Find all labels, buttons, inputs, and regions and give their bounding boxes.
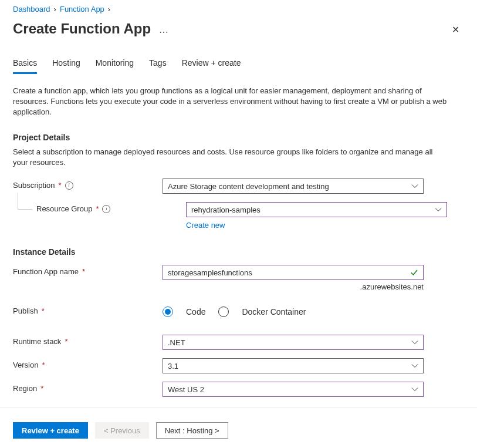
footer-separator: [0, 407, 477, 408]
breadcrumb-item-dashboard[interactable]: Dashboard: [13, 5, 50, 14]
required-asterisk: *: [65, 337, 67, 346]
field-runtime-stack: Runtime stack * .NET: [13, 335, 464, 350]
tab-bar: Basics Hosting Monitoring Tags Review + …: [13, 58, 464, 74]
chevron-down-icon: [411, 386, 418, 393]
select-region-value: West US 2: [168, 385, 204, 394]
select-subscription[interactable]: Azure Storage content development and te…: [163, 178, 424, 194]
field-resource-group: Resource Group * i rehydration-samples C…: [13, 202, 464, 230]
label-region: Region: [13, 384, 37, 393]
required-asterisk: *: [82, 267, 85, 276]
button-review-create[interactable]: Review + create: [13, 422, 88, 439]
label-version: Version: [13, 361, 38, 369]
required-asterisk: *: [40, 384, 43, 393]
tab-review-create[interactable]: Review + create: [182, 58, 241, 74]
text-domain-suffix: .azurewebsites.net: [163, 282, 424, 291]
required-asterisk: *: [59, 181, 62, 190]
select-resource-group[interactable]: rehydration-samples: [186, 202, 447, 217]
breadcrumb-item-function-app[interactable]: Function App: [60, 5, 104, 14]
checkmark-icon: [410, 268, 418, 277]
field-subscription: Subscription * i Azure Storage content d…: [13, 178, 464, 194]
tab-tags[interactable]: Tags: [149, 58, 167, 74]
label-subscription: Subscription: [13, 181, 55, 190]
tab-monitoring[interactable]: Monitoring: [96, 58, 134, 74]
label-runtime-stack: Runtime stack: [13, 337, 61, 346]
select-version[interactable]: 3.1: [163, 358, 424, 373]
chevron-down-icon: [435, 206, 442, 213]
input-function-app-name-value: storagesamplesfunctions: [168, 268, 252, 277]
select-resource-group-value: rehydration-samples: [191, 206, 261, 214]
select-version-value: 3.1: [168, 362, 178, 370]
select-region[interactable]: West US 2: [163, 382, 424, 397]
section-header-instance-details: Instance Details: [13, 247, 464, 257]
more-options-icon[interactable]: ⋯: [159, 26, 170, 38]
tab-basics[interactable]: Basics: [13, 58, 37, 74]
chevron-down-icon: [411, 183, 418, 190]
radio-publish-docker[interactable]: [218, 306, 229, 317]
required-asterisk: *: [96, 204, 99, 213]
breadcrumb: Dashboard › Function App ›: [0, 0, 477, 14]
tree-indent-line: [18, 193, 32, 210]
field-publish: Publish * Code Docker Container: [13, 304, 464, 317]
intro-text: Create a function app, which lets you gr…: [13, 86, 447, 117]
radio-label-publish-code[interactable]: Code: [186, 307, 205, 316]
select-runtime-stack-value: .NET: [168, 338, 185, 347]
chevron-right-icon: ›: [54, 5, 56, 14]
required-asterisk: *: [42, 306, 45, 315]
radio-publish-code[interactable]: [163, 306, 173, 317]
button-next[interactable]: Next : Hosting >: [156, 422, 228, 439]
close-icon[interactable]: ✕: [447, 22, 464, 38]
required-asterisk: *: [42, 361, 45, 369]
info-icon[interactable]: i: [102, 205, 110, 213]
field-function-app-name: Function App name * storagesamplesfuncti…: [13, 265, 464, 291]
select-runtime-stack[interactable]: .NET: [163, 335, 424, 350]
input-function-app-name[interactable]: storagesamplesfunctions: [163, 265, 424, 280]
label-resource-group: Resource Group: [36, 204, 92, 213]
footer-bar: Review + create < Previous Next : Hostin…: [0, 413, 477, 448]
chevron-right-icon: ›: [108, 5, 110, 14]
chevron-down-icon: [411, 362, 418, 369]
section-header-project-details: Project Details: [13, 133, 464, 142]
tab-hosting[interactable]: Hosting: [52, 58, 80, 74]
section-desc-project-details: Select a subscription to manage deployed…: [13, 147, 447, 168]
field-version: Version * 3.1: [13, 358, 464, 373]
radio-label-publish-docker[interactable]: Docker Container: [242, 307, 306, 316]
page-title: Create Function App: [13, 21, 151, 37]
label-function-app-name: Function App name: [13, 267, 79, 276]
select-subscription-value: Azure Storage content development and te…: [168, 182, 329, 191]
field-region: Region * West US 2: [13, 382, 464, 397]
chevron-down-icon: [411, 339, 418, 346]
info-icon[interactable]: i: [65, 181, 73, 190]
link-create-new-resource-group[interactable]: Create new: [186, 221, 447, 230]
button-previous: < Previous: [95, 422, 149, 439]
label-publish: Publish: [13, 306, 38, 315]
